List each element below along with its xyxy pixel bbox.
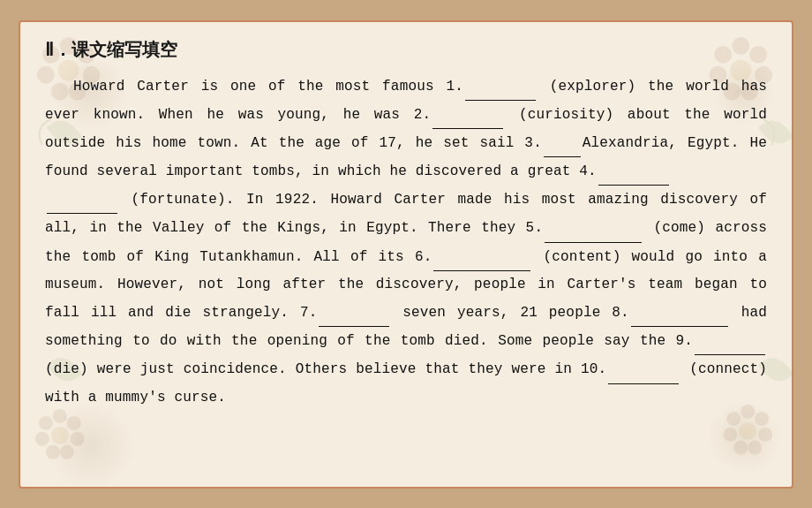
svg-point-18 [71, 431, 85, 445]
main-content: Ⅱ．课文缩写填空 Howard Carter is one of the mos… [45, 38, 767, 412]
text-intro: Howard Carter is one of the most famous … [73, 79, 463, 95]
svg-point-23 [51, 426, 69, 444]
svg-point-30 [726, 411, 741, 425]
blank-8 [631, 299, 728, 327]
hint-9: (die) were just coincidence. Others beli… [45, 361, 606, 377]
blank-3 [544, 129, 581, 157]
blank-7 [319, 299, 389, 327]
passage-paragraph: Howard Carter is one of the most famous … [45, 72, 767, 412]
svg-point-17 [67, 415, 81, 429]
blank-4a [598, 157, 669, 186]
svg-point-19 [60, 444, 74, 459]
svg-point-21 [35, 431, 49, 445]
svg-point-25 [755, 411, 769, 425]
svg-point-28 [733, 440, 748, 454]
blank-2 [432, 101, 503, 129]
blank-6 [433, 243, 530, 271]
blank-4b [47, 186, 117, 214]
blank-10 [608, 355, 679, 383]
svg-point-20 [46, 444, 60, 459]
blank-5 [545, 214, 642, 242]
exercise-card: Ⅱ．课文缩写填空 Howard Carter is one of the mos… [19, 20, 793, 489]
blank-9 [695, 327, 765, 355]
svg-point-26 [758, 427, 772, 441]
svg-point-27 [748, 440, 762, 454]
svg-point-31 [739, 421, 756, 439]
passage-text: Howard Carter is one of the most famous … [45, 72, 767, 412]
svg-point-29 [723, 427, 737, 441]
blank-1 [465, 72, 536, 101]
svg-point-22 [39, 415, 53, 429]
section-title: Ⅱ．课文缩写填空 [45, 38, 767, 62]
text-7: seven years, 21 people 8. [391, 305, 628, 321]
